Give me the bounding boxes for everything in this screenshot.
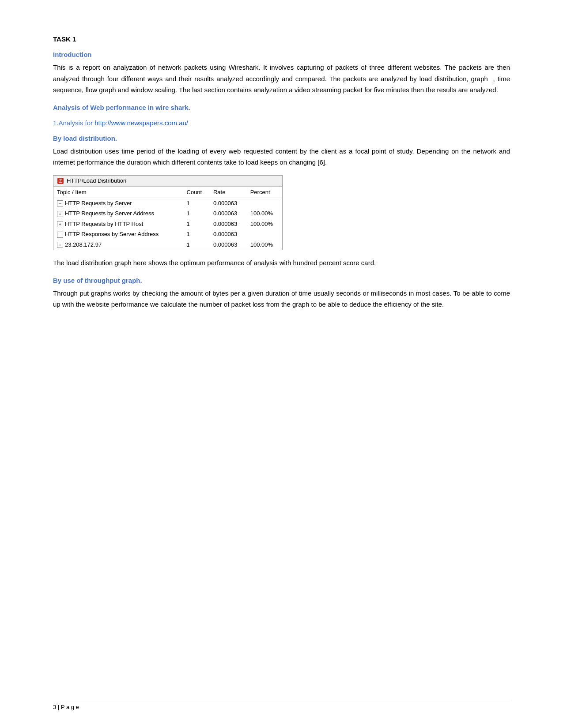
row-label: HTTP Requests by HTTP Host — [65, 221, 143, 227]
table-cell-percent: 100.00% — [247, 219, 282, 229]
table-cell-count: 1 — [183, 208, 210, 219]
expand-icon[interactable]: + — [57, 221, 63, 227]
col-rate: Rate — [210, 187, 247, 198]
table-row: −HTTP Requests by Server10.000063 — [53, 198, 282, 208]
table-cell-count: 1 — [183, 219, 210, 229]
widget-title-bar: Z HTTP/Load Distribution — [53, 176, 282, 187]
table-cell-percent: 100.00% — [247, 240, 282, 250]
table-cell-rate: 0.000063 — [210, 229, 247, 240]
table-cell-rate: 0.000063 — [210, 219, 247, 229]
expand-icon[interactable]: + — [57, 211, 63, 217]
task-title: TASK 1 — [53, 35, 510, 43]
table-cell-percent — [247, 198, 282, 208]
load-desc: The load distribution graph here shows t… — [53, 257, 510, 269]
analysis-sub1-text: 1.Analysis for — [53, 119, 94, 127]
throughput-body: Through put graphs works by checking the… — [53, 288, 510, 310]
by-load-heading: By load distribution. — [53, 135, 510, 142]
footer-text: 3 | P a g e — [53, 704, 79, 710]
distribution-table: Topic / Item Count Rate Percent −HTTP Re… — [53, 187, 282, 250]
col-percent: Percent — [247, 187, 282, 198]
analysis-sub1: 1.Analysis for http://www.newspapers.com… — [53, 119, 510, 127]
table-cell-percent — [247, 229, 282, 240]
http-load-distribution-widget: Z HTTP/Load Distribution Topic / Item Co… — [53, 175, 283, 251]
widget-title: HTTP/Load Distribution — [67, 177, 126, 184]
col-count: Count — [183, 187, 210, 198]
table-row: +HTTP Requests by Server Address10.00006… — [53, 208, 282, 219]
table-cell-topic: +HTTP Requests by HTTP Host — [53, 219, 183, 229]
table-header-row: Topic / Item Count Rate Percent — [53, 187, 282, 198]
table-cell-count: 1 — [183, 198, 210, 208]
table-cell-topic: +23.208.172.97 — [53, 240, 183, 250]
row-label: 23.208.172.97 — [65, 241, 102, 248]
row-label: HTTP Requests by Server — [65, 200, 132, 206]
collapse-icon[interactable]: − — [57, 232, 63, 238]
table-row: +HTTP Requests by HTTP Host10.000063100.… — [53, 219, 282, 229]
table-cell-rate: 0.000063 — [210, 198, 247, 208]
load-body: Load distribution uses time period of th… — [53, 146, 510, 168]
table-cell-count: 1 — [183, 229, 210, 240]
table-cell-percent: 100.00% — [247, 208, 282, 219]
table-cell-count: 1 — [183, 240, 210, 250]
col-topic: Topic / Item — [53, 187, 183, 198]
row-label: HTTP Requests by Server Address — [65, 210, 154, 217]
widget-icon: Z — [57, 177, 64, 184]
table-cell-rate: 0.000063 — [210, 208, 247, 219]
throughput-heading: By use of throughput graph. — [53, 277, 510, 284]
table-row: −HTTP Responses by Server Address10.0000… — [53, 229, 282, 240]
analysis-link[interactable]: http://www.newspapers.com.au/ — [94, 119, 188, 127]
page: TASK 1 Introduction This is a report on … — [0, 0, 563, 728]
intro-heading: Introduction — [53, 51, 510, 58]
table-cell-topic: −HTTP Responses by Server Address — [53, 229, 183, 240]
svg-text:Z: Z — [59, 179, 62, 184]
expand-icon[interactable]: + — [57, 242, 63, 248]
page-footer: 3 | P a g e — [53, 700, 510, 710]
table-cell-topic: +HTTP Requests by Server Address — [53, 208, 183, 219]
analysis-heading: Analysis of Web performance in wire shar… — [53, 104, 510, 111]
collapse-icon[interactable]: − — [57, 200, 63, 206]
intro-body: This is a report on analyzation of netwo… — [53, 62, 510, 96]
table-cell-topic: −HTTP Requests by Server — [53, 198, 183, 208]
table-row: +23.208.172.9710.000063100.00% — [53, 240, 282, 250]
table-cell-rate: 0.000063 — [210, 240, 247, 250]
row-label: HTTP Responses by Server Address — [65, 231, 159, 237]
